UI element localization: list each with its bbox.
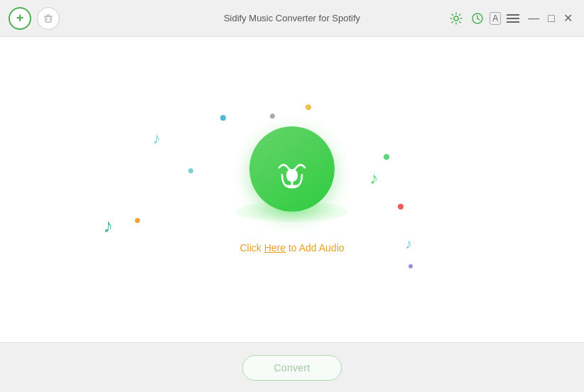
rest-text: to Add Audio <box>286 242 345 254</box>
settings-icon <box>450 12 463 25</box>
minimize-btn[interactable]: — <box>525 9 542 28</box>
maximize-btn[interactable]: □ <box>545 9 558 28</box>
dot-decoration <box>398 204 404 209</box>
title-bar: + Sidify Music Converter for Spotify <box>0 0 584 37</box>
add-audio-link[interactable]: Click Here to Add Audio <box>239 242 344 254</box>
hamburger-icon <box>507 13 519 23</box>
music-note-decoration: ♪ <box>103 214 113 237</box>
menu-icon-btn[interactable] <box>504 11 522 26</box>
add-button[interactable]: + <box>9 7 31 30</box>
bottom-bar: Convert <box>0 342 584 392</box>
dot-decoration <box>220 115 226 121</box>
dot-decoration <box>188 168 193 173</box>
close-icon: ✕ <box>563 11 573 25</box>
mic-circle <box>249 126 335 212</box>
app-title: Sidify Music Converter for Spotify <box>224 13 360 23</box>
toolbar-left: + <box>9 7 60 30</box>
music-note-decoration: ♪ <box>405 236 412 252</box>
window-controls: A — □ ✕ <box>447 9 575 28</box>
convert-button[interactable]: Convert <box>242 355 342 381</box>
music-note-decoration: ♪ <box>369 168 378 188</box>
font-icon: A <box>492 13 498 23</box>
font-icon-btn[interactable]: A <box>490 12 501 25</box>
delete-button[interactable] <box>37 7 60 30</box>
settings-icon-btn[interactable] <box>447 9 465 28</box>
music-note-decoration: ♪ <box>153 129 161 148</box>
dot-decoration <box>384 154 389 160</box>
close-btn[interactable]: ✕ <box>561 9 575 28</box>
history-icon-btn[interactable] <box>468 9 487 28</box>
maximize-icon: □ <box>548 12 555 25</box>
trash-icon <box>43 13 53 23</box>
click-text: Click <box>239 242 264 254</box>
svg-point-5 <box>454 16 458 21</box>
here-text: Here <box>264 242 286 254</box>
svg-rect-0 <box>45 16 51 22</box>
mic-icon <box>271 148 313 190</box>
main-content[interactable]: ♪♪♪♪ Click Here to Add Audio <box>0 37 584 342</box>
minimize-icon: — <box>528 12 539 25</box>
dot-decoration <box>135 218 140 223</box>
dot-decoration <box>409 264 413 268</box>
svg-rect-10 <box>286 169 298 182</box>
dot-decoration <box>305 104 311 110</box>
clock-icon <box>471 12 484 25</box>
illustration: Click Here to Add Audio <box>235 126 349 254</box>
dot-decoration <box>270 114 275 119</box>
